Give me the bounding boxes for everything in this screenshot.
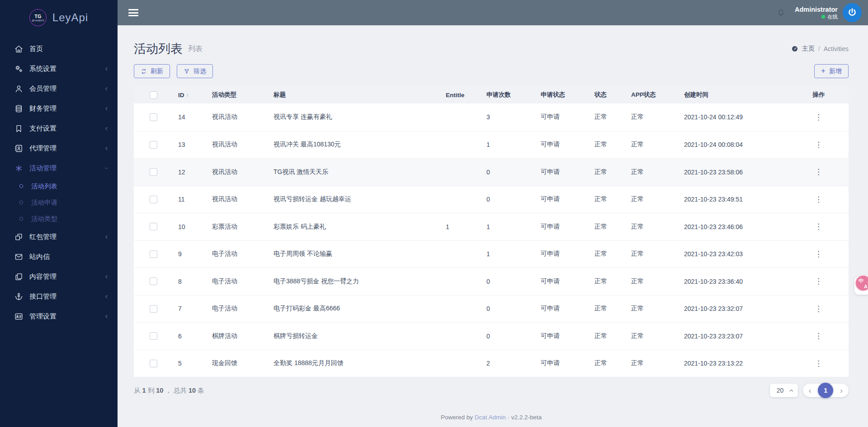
sidebar-subitem-activity-apply[interactable]: 活动申请 xyxy=(0,194,118,211)
column-header[interactable]: ID↑ xyxy=(173,92,207,99)
bell-icon[interactable] xyxy=(776,8,786,18)
breadcrumb-current: Activities xyxy=(824,45,849,52)
avatar[interactable] xyxy=(843,3,862,22)
menu-toggle-icon[interactable] xyxy=(128,8,138,18)
cell: 2021-10-23 23:58:06 xyxy=(679,169,789,176)
sidebar-item-api-management[interactable]: 接口管理 xyxy=(0,286,118,306)
sidebar-subitem-activity-list[interactable]: 活动列表 xyxy=(0,178,118,194)
row-checkbox-cell xyxy=(134,223,173,230)
row-actions-icon[interactable]: ⋮ xyxy=(811,249,826,260)
sort-asc-icon[interactable]: ↑ xyxy=(186,92,189,99)
footer-text: Powered by xyxy=(441,414,473,421)
sidebar-item-agent-management[interactable]: 代理管理 xyxy=(0,138,118,158)
row-checkbox[interactable] xyxy=(150,277,157,285)
refresh-button[interactable]: 刷新 xyxy=(134,64,170,78)
cell: 正常 xyxy=(626,359,679,367)
cell: 电子活动 xyxy=(207,277,268,286)
row-checkbox-cell xyxy=(134,250,173,258)
sidebar-subitem-activity-type[interactable]: 活动类型 xyxy=(0,211,118,227)
select-all-checkbox[interactable] xyxy=(150,91,157,99)
next-page-button[interactable]: › xyxy=(839,387,844,394)
row-checkbox[interactable] xyxy=(150,168,157,176)
cell: 正常 xyxy=(626,250,679,258)
cell: 电子3888亏损金 祝您一臂之力 xyxy=(268,277,440,286)
row-checkbox[interactable] xyxy=(150,196,157,203)
row-checkbox-cell xyxy=(134,196,173,203)
anchor-icon xyxy=(14,292,24,301)
row-actions-icon[interactable]: ⋮ xyxy=(811,358,826,369)
column-header: Entitle xyxy=(440,92,481,99)
bookmark-icon xyxy=(14,124,24,133)
filter-button[interactable]: 筛选 xyxy=(177,64,213,78)
cell: 可申请 xyxy=(535,305,589,313)
sidebar-menu: 首页系统设置会员管理财务管理支付设置代理管理活动管理活动列表活动申请活动类型红包… xyxy=(0,35,118,326)
sidebar-item-payment-settings[interactable]: 支付设置 xyxy=(0,118,118,138)
row-actions-icon[interactable]: ⋮ xyxy=(811,303,826,314)
asterisk-icon xyxy=(14,164,24,173)
main-area: Administrator 在线 活动列表 列表 xyxy=(118,0,868,427)
sidebar-item-label: 内容管理 xyxy=(29,272,57,281)
cell: 视讯亏损转运金 越玩越幸运 xyxy=(268,195,440,203)
cell: 正常 xyxy=(626,223,679,231)
chevron-left-icon xyxy=(104,145,109,151)
table-header-row: ID↑活动类型标题Entitle申请次数申请状态状态APP状态创建时间操作 xyxy=(134,86,849,103)
sidebar-item-admin-settings[interactable]: 管理设置 xyxy=(0,306,118,326)
sidebar-item-site-message[interactable]: 站内信 xyxy=(0,247,118,267)
row-actions-icon[interactable]: ⋮ xyxy=(811,166,826,178)
column-header: 申请次数 xyxy=(481,91,535,99)
row-actions-icon[interactable]: ⋮ xyxy=(811,112,826,123)
page-size-select[interactable]: 20 xyxy=(770,384,798,397)
row-checkbox[interactable] xyxy=(150,223,157,230)
cell: 6 xyxy=(173,333,207,340)
sidebar-item-label: 管理设置 xyxy=(29,312,57,321)
sidebar-item-activity-management[interactable]: 活动管理 xyxy=(0,158,118,178)
row-checkbox[interactable] xyxy=(150,332,157,340)
row-checkbox[interactable] xyxy=(150,141,157,149)
current-page-button[interactable]: 1 xyxy=(818,383,833,398)
chevron-left-icon xyxy=(104,66,109,72)
logo[interactable]: TG @msdj123 LeyApi xyxy=(0,0,118,35)
sidebar-item-content-management[interactable]: 内容管理 xyxy=(0,267,118,286)
page-header: 活动列表 列表 主页 / Activities xyxy=(134,40,849,58)
actions-cell: ⋮ xyxy=(789,139,849,150)
cell: 现金回馈 xyxy=(207,359,268,367)
sidebar-item-label: 代理管理 xyxy=(29,144,57,153)
cell: 电子打码彩金 最高6666 xyxy=(268,305,440,313)
sidebar-item-label: 站内信 xyxy=(29,253,50,261)
sidebar-item-redpacket-management[interactable]: 红包管理 xyxy=(0,227,118,247)
page-size-value: 20 xyxy=(777,387,784,394)
row-actions-icon[interactable]: ⋮ xyxy=(811,139,826,150)
sidebar-item-finance-management[interactable]: 财务管理 xyxy=(0,99,118,118)
sidebar-item-system-settings[interactable]: 系统设置 xyxy=(0,59,118,79)
home-icon xyxy=(14,44,24,54)
translate-button[interactable]: 中 A xyxy=(855,275,868,291)
dcat-admin-link[interactable]: Dcat Admin xyxy=(475,414,506,421)
cell: 正常 xyxy=(626,195,679,203)
user-info[interactable]: Administrator 在线 xyxy=(795,5,838,20)
row-checkbox[interactable] xyxy=(150,113,157,121)
cell: 视讯专享 连赢有豪礼 xyxy=(268,113,440,121)
row-actions-icon[interactable]: ⋮ xyxy=(811,221,826,232)
row-checkbox[interactable] xyxy=(150,305,157,313)
summary-text: 到 xyxy=(146,387,156,394)
breadcrumb-home-link[interactable]: 主页 xyxy=(802,45,815,53)
filter-label: 筛选 xyxy=(193,67,206,75)
chevron-left-icon xyxy=(104,234,109,240)
cell: 可申请 xyxy=(535,168,589,176)
prev-page-button[interactable]: ‹ xyxy=(808,387,812,394)
sidebar-item-member-management[interactable]: 会员管理 xyxy=(0,79,118,99)
cell: 可申请 xyxy=(535,359,589,367)
refresh-label: 刷新 xyxy=(151,67,163,75)
actions-cell: ⋮ xyxy=(789,112,849,123)
row-actions-icon[interactable]: ⋮ xyxy=(811,276,826,287)
add-button[interactable]: + 新增 xyxy=(814,64,849,78)
row-checkbox[interactable] xyxy=(150,250,157,258)
cell: 电子活动 xyxy=(207,250,268,258)
page-title: 活动列表 xyxy=(134,41,183,57)
row-checkbox[interactable] xyxy=(150,360,157,367)
actions-cell: ⋮ xyxy=(789,276,849,287)
sidebar-subitem-label: 活动申请 xyxy=(31,198,57,207)
sidebar-item-home[interactable]: 首页 xyxy=(0,39,118,59)
row-actions-icon[interactable]: ⋮ xyxy=(811,330,826,342)
row-actions-icon[interactable]: ⋮ xyxy=(811,194,826,205)
